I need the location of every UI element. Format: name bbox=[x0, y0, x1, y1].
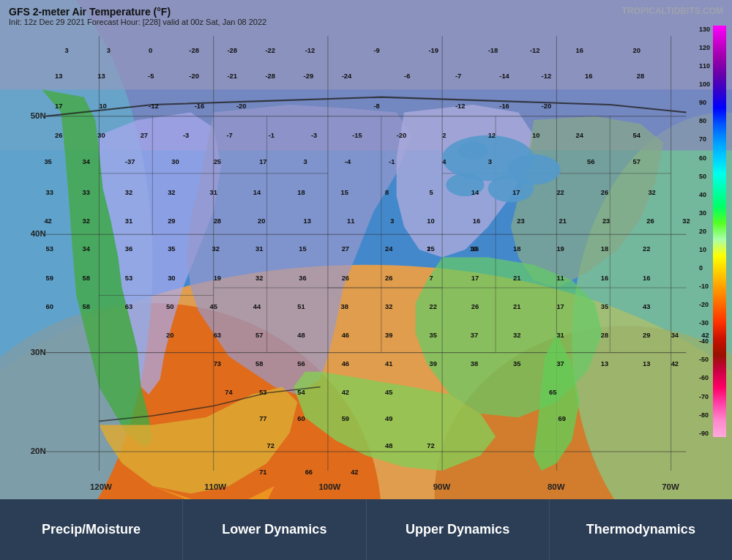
nav-item-precip-moisture[interactable]: Precip/Moisture bbox=[0, 499, 183, 560]
svg-text:13: 13 bbox=[643, 360, 650, 367]
svg-text:10: 10 bbox=[99, 102, 106, 110]
svg-text:31: 31 bbox=[255, 245, 263, 253]
scale-label: -60 bbox=[699, 374, 710, 381]
svg-text:42: 42 bbox=[671, 360, 679, 367]
svg-text:14: 14 bbox=[253, 189, 261, 196]
svg-text:0: 0 bbox=[149, 47, 152, 54]
svg-text:-4: -4 bbox=[345, 158, 351, 165]
color-scale: 1301201101009080706050403020100-10-20-30… bbox=[713, 26, 726, 481]
svg-text:7: 7 bbox=[429, 275, 433, 282]
scale-label: -50 bbox=[699, 356, 710, 363]
svg-text:11: 11 bbox=[556, 275, 564, 282]
svg-text:39: 39 bbox=[385, 332, 392, 339]
svg-text:-7: -7 bbox=[226, 132, 232, 139]
svg-text:20: 20 bbox=[633, 47, 640, 54]
svg-text:36: 36 bbox=[299, 275, 306, 282]
svg-text:54: 54 bbox=[633, 132, 641, 139]
svg-text:-19: -19 bbox=[428, 47, 438, 54]
svg-text:100W: 100W bbox=[318, 482, 340, 491]
svg-text:3: 3 bbox=[488, 158, 492, 165]
scale-label: -20 bbox=[699, 301, 710, 308]
svg-text:-3: -3 bbox=[183, 132, 189, 139]
svg-text:28: 28 bbox=[637, 72, 644, 80]
svg-text:12: 12 bbox=[488, 132, 496, 139]
svg-text:-21: -21 bbox=[227, 72, 237, 80]
svg-text:4: 4 bbox=[442, 158, 447, 165]
svg-text:26: 26 bbox=[55, 132, 62, 139]
bottom-nav: Precip/MoistureLower DynamicsUpper Dynam… bbox=[0, 499, 732, 560]
svg-text:22: 22 bbox=[556, 189, 564, 196]
svg-text:-12: -12 bbox=[149, 102, 159, 110]
svg-text:72: 72 bbox=[427, 442, 434, 449]
svg-text:-5: -5 bbox=[148, 72, 154, 80]
scale-label: 120 bbox=[699, 44, 710, 51]
scale-label: -70 bbox=[699, 393, 710, 400]
svg-text:-28: -28 bbox=[227, 47, 237, 54]
svg-text:33: 33 bbox=[46, 189, 53, 196]
svg-text:32: 32 bbox=[648, 189, 655, 196]
svg-text:5: 5 bbox=[429, 189, 433, 196]
svg-text:29: 29 bbox=[168, 217, 175, 225]
svg-text:27: 27 bbox=[141, 132, 148, 139]
svg-text:31: 31 bbox=[209, 189, 217, 196]
svg-text:18: 18 bbox=[601, 245, 608, 253]
svg-text:38: 38 bbox=[341, 303, 348, 310]
svg-text:69: 69 bbox=[559, 415, 566, 422]
svg-text:60: 60 bbox=[46, 303, 53, 310]
svg-text:50N: 50N bbox=[31, 111, 46, 120]
svg-text:13: 13 bbox=[55, 72, 62, 80]
svg-text:-16: -16 bbox=[195, 102, 205, 110]
svg-text:13: 13 bbox=[601, 360, 608, 367]
svg-text:17: 17 bbox=[55, 102, 62, 110]
svg-text:13: 13 bbox=[97, 72, 105, 80]
svg-text:35: 35 bbox=[44, 158, 51, 165]
svg-text:30: 30 bbox=[97, 132, 105, 139]
svg-text:74: 74 bbox=[225, 389, 233, 396]
svg-text:35: 35 bbox=[168, 245, 175, 253]
svg-text:32: 32 bbox=[385, 303, 392, 310]
scale-bar bbox=[713, 26, 726, 437]
svg-text:80W: 80W bbox=[548, 482, 565, 491]
svg-text:17: 17 bbox=[471, 275, 479, 282]
svg-text:32: 32 bbox=[125, 189, 132, 196]
svg-text:-7: -7 bbox=[455, 72, 461, 80]
svg-text:30: 30 bbox=[171, 158, 179, 165]
svg-text:19: 19 bbox=[556, 245, 564, 253]
svg-text:53: 53 bbox=[125, 275, 132, 282]
svg-text:46: 46 bbox=[342, 332, 349, 339]
scale-label: 10 bbox=[699, 246, 710, 253]
svg-text:-28: -28 bbox=[266, 72, 276, 80]
svg-text:34: 34 bbox=[83, 158, 91, 165]
map-subtitle: Init: 12z Dec 29 2021 Forecast Hour: [22… bbox=[9, 18, 266, 26]
svg-text:23: 23 bbox=[517, 217, 524, 225]
svg-text:20: 20 bbox=[258, 217, 265, 225]
svg-text:33: 33 bbox=[83, 189, 90, 196]
svg-text:17: 17 bbox=[259, 158, 266, 165]
svg-text:-6: -6 bbox=[404, 72, 410, 80]
nav-item-thermodynamics[interactable]: Thermodynamics bbox=[550, 499, 732, 560]
svg-text:39: 39 bbox=[429, 360, 436, 367]
svg-text:32: 32 bbox=[513, 332, 520, 339]
scale-label: 100 bbox=[699, 81, 710, 88]
svg-text:30: 30 bbox=[168, 275, 175, 282]
svg-text:32: 32 bbox=[255, 275, 263, 282]
svg-text:15: 15 bbox=[341, 189, 348, 196]
svg-text:20N: 20N bbox=[31, 447, 46, 455]
svg-text:3: 3 bbox=[65, 47, 69, 54]
svg-text:40N: 40N bbox=[31, 229, 46, 238]
nav-item-lower-dynamics[interactable]: Lower Dynamics bbox=[183, 499, 366, 560]
svg-text:19: 19 bbox=[214, 275, 221, 282]
svg-text:-9: -9 bbox=[373, 47, 379, 54]
svg-text:-8: -8 bbox=[373, 102, 379, 110]
svg-text:31: 31 bbox=[556, 332, 564, 339]
svg-text:16: 16 bbox=[643, 275, 650, 282]
svg-text:59: 59 bbox=[342, 415, 349, 422]
svg-text:20: 20 bbox=[166, 332, 173, 339]
svg-text:-29: -29 bbox=[304, 72, 314, 80]
svg-text:26: 26 bbox=[646, 217, 654, 225]
svg-text:37: 37 bbox=[471, 332, 478, 339]
svg-point-32 bbox=[458, 141, 488, 160]
nav-item-upper-dynamics[interactable]: Upper Dynamics bbox=[367, 499, 550, 560]
svg-text:54: 54 bbox=[297, 389, 305, 396]
scale-label: 80 bbox=[699, 117, 710, 124]
